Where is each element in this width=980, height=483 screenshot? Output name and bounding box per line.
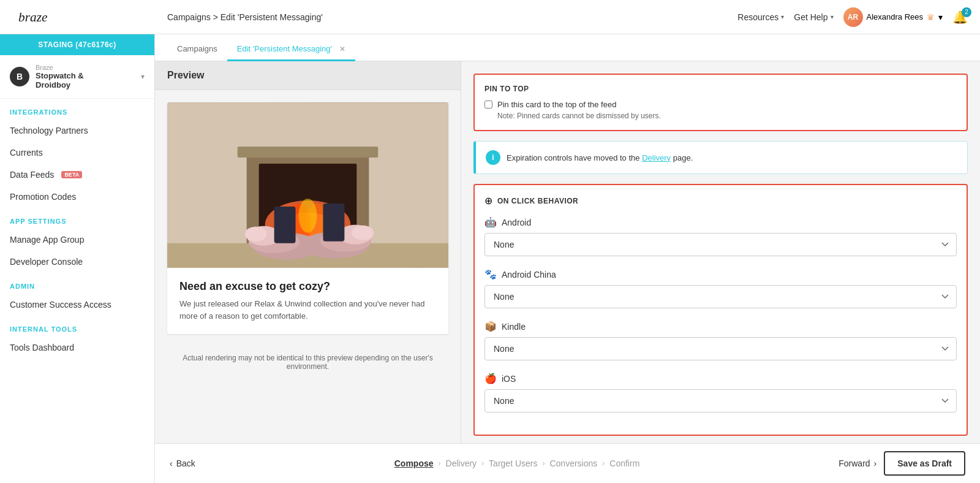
top-nav: braze Campaigns > Edit 'Persistent Messa… [0,0,980,34]
ios-platform-section: 🍎 iOS None Open URL Deep Link Open News … [484,373,957,413]
resources-chevron-icon: ▾ [781,13,784,20]
braze-logo: braze [18,6,67,28]
get-help-button[interactable]: Get Help ▾ [794,12,833,22]
step-sep-2: › [481,459,484,468]
crown-icon: ♛ [927,12,935,22]
delivery-link[interactable]: Delivery [642,153,671,162]
android-china-select[interactable]: None Open URL Deep Link Open News Feed [484,285,957,308]
svg-point-14 [245,227,267,242]
sidebar-item-technology-partners[interactable]: Technology Partners [0,120,154,142]
resources-button[interactable]: Resources ▾ [737,12,784,22]
preview-disclaimer: Actual rendering may not be identical to… [155,346,461,378]
ios-label: iOS [502,374,516,384]
integrations-section-label: INTEGRATIONS [0,99,154,120]
user-chevron-icon: ▾ [938,12,943,22]
org-company: Braze [36,64,141,71]
avatar: AR [843,7,863,27]
on-click-title: ON CLICK BEHAVIOR [497,197,578,205]
beta-badge: BETA [61,171,82,178]
preview-card-body: Need an excuse to get cozy? We just rele… [167,268,448,334]
android-select[interactable]: None Open URL Deep Link Open News Feed [484,233,957,256]
pin-to-top-title: PIN TO TOP [484,85,957,93]
sidebar-item-customer-success-access[interactable]: Customer Success Access [0,294,154,316]
ios-select[interactable]: None Open URL Deep Link Open News Feed [484,389,957,413]
preview-header: Preview [155,61,461,90]
preview-card-image [167,102,448,268]
tab-edit-persistent[interactable]: Edit 'Persistent Messaging' ✕ [227,38,355,61]
wizard-bar: ‹ Back Compose › Delivery › Target Users… [155,443,980,483]
wizard-step-target-users[interactable]: Target Users [489,458,537,468]
forward-arrow-icon: › [874,458,877,468]
tabs-bar: Campaigns Edit 'Persistent Messaging' ✕ [155,34,980,61]
android-china-platform-section: 🐾 Android China None Open URL Deep Link … [484,268,957,308]
wizard-step-delivery[interactable]: Delivery [446,458,477,468]
step-sep-3: › [542,459,545,468]
preview-card-text: We just released our Relax & Unwind coll… [179,298,436,322]
preview-card: Need an excuse to get cozy? We just rele… [167,102,448,334]
pin-to-top-label[interactable]: Pin this card to the top of the feed [497,100,616,109]
kindle-icon: 📦 [484,321,497,332]
user-menu[interactable]: AR Alexandra Rees ♛ ▾ [843,7,943,27]
svg-text:braze: braze [18,9,47,24]
tab-campaigns[interactable]: Campaigns [167,38,227,61]
notification-badge: 2 [962,7,971,17]
android-platform-section: 🤖 Android None Open URL Deep Link Open N… [484,216,957,256]
svg-rect-19 [274,207,296,243]
android-china-icon: 🐾 [484,268,497,280]
tab-close-icon[interactable]: ✕ [339,45,345,53]
kindle-platform-section: 📦 Kindle None Open URL Deep Link Open Ne… [484,321,957,360]
forward-button[interactable]: Forward › [839,458,876,468]
svg-point-8 [299,199,317,233]
org-chevron-icon: ▾ [141,72,145,81]
step-sep-1: › [439,459,441,468]
kindle-select[interactable]: None Open URL Deep Link Open News Feed [484,337,957,360]
kindle-label: Kindle [502,322,526,332]
wizard-steps: Compose › Delivery › Target Users › Conv… [195,458,839,468]
android-label: Android [502,218,531,227]
notification-bell[interactable]: 🔔 2 [952,10,968,25]
org-name: Stopwatch & Droidboy [36,71,141,89]
config-pane: PIN TO TOP Pin this card to the top of t… [461,61,980,443]
app-settings-section-label: APP SETTINGS [0,208,154,229]
sidebar-item-manage-app-group[interactable]: Manage App Group [0,229,154,251]
breadcrumb: Campaigns > Edit 'Persistent Messaging' [167,12,737,22]
info-icon: i [486,150,500,165]
wizard-step-conversions[interactable]: Conversions [549,458,597,468]
save-draft-button[interactable]: Save as Draft [884,451,965,476]
pin-to-top-note: Note: Pinned cards cannot be dismissed b… [497,112,661,120]
svg-point-18 [352,226,374,240]
sidebar: STAGING (47c6176c) B Braze Stopwatch & D… [0,34,155,483]
svg-rect-9 [238,146,379,158]
org-selector[interactable]: B Braze Stopwatch & Droidboy ▾ [0,55,154,99]
cursor-icon: ⊕ [484,195,492,207]
step-sep-4: › [602,459,605,468]
internal-tools-section-label: INTERNAL TOOLS [0,316,154,337]
wizard-step-confirm[interactable]: Confirm [609,458,639,468]
sidebar-item-tools-dashboard[interactable]: Tools Dashboard [0,337,154,359]
sidebar-item-currents[interactable]: Currents [0,142,154,164]
on-click-behavior-box: ⊕ ON CLICK BEHAVIOR 🤖 Android None Open … [473,184,968,436]
sidebar-item-developer-console[interactable]: Developer Console [0,251,154,273]
info-text: Expiration controls have moved to the De… [507,153,693,162]
sidebar-item-promotion-codes[interactable]: Promotion Codes [0,186,154,208]
back-button[interactable]: ‹ Back [170,458,195,468]
admin-section-label: ADMIN [0,273,154,294]
android-icon: 🤖 [484,216,497,228]
pin-to-top-box: PIN TO TOP Pin this card to the top of t… [473,74,968,131]
preview-image-svg [167,102,448,268]
pin-to-top-checkbox[interactable] [484,101,492,108]
get-help-chevron-icon: ▾ [831,13,834,20]
apple-icon: 🍎 [484,373,497,384]
wizard-step-compose[interactable]: Compose [394,458,434,468]
preview-pane: Preview [155,61,461,443]
staging-badge: STAGING (47c6176c) [0,34,154,55]
back-arrow-icon: ‹ [170,458,173,468]
org-icon: B [10,67,29,86]
preview-card-title: Need an excuse to get cozy? [179,280,436,293]
android-china-label: Android China [502,270,556,280]
svg-rect-20 [323,203,344,242]
sidebar-item-data-feeds[interactable]: Data Feeds BETA [0,164,154,186]
info-box: i Expiration controls have moved to the … [473,141,968,174]
